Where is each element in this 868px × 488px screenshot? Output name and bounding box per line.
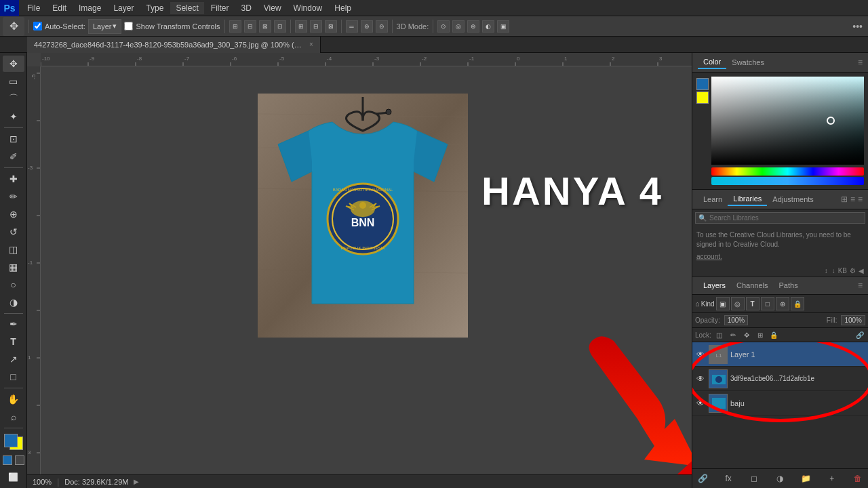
- camera-3d-btn[interactable]: ▣: [497, 20, 509, 33]
- layer-new-btn[interactable]: +: [825, 471, 840, 486]
- dist-v-btn[interactable]: ⊟: [310, 20, 322, 33]
- lock-all-btn[interactable]: 🔒: [768, 329, 779, 340]
- transform-controls-checkbox[interactable]: [124, 22, 133, 30]
- saturation-bar[interactable]: [711, 177, 864, 185]
- lock-transparent-btn[interactable]: ◫: [714, 329, 725, 340]
- lib-list-btn[interactable]: ≡: [850, 195, 855, 204]
- layer-adjustment-btn[interactable]: ◑: [772, 471, 787, 486]
- filter-text-btn[interactable]: T: [746, 297, 760, 310]
- lock-artboard-btn[interactable]: ⊞: [755, 329, 766, 340]
- lock-pixels-btn[interactable]: ✏: [728, 329, 738, 340]
- tool-dodge[interactable]: ◑: [3, 294, 24, 310]
- menu-edit[interactable]: Edit: [47, 2, 72, 14]
- zoom-3d-btn[interactable]: ⊕: [467, 20, 479, 33]
- menu-3d[interactable]: 3D: [235, 2, 256, 14]
- layers-list[interactable]: 👁 L1 Layer 1 👁: [692, 342, 868, 468]
- canvas-area[interactable]: -10 -9 -8 -7 -6 -5 -4 -3 -2 -1: [27, 53, 692, 488]
- align-right-btn[interactable]: ⊠: [259, 20, 271, 33]
- layer-item-1[interactable]: 👁 L1 Layer 1: [692, 342, 868, 367]
- tool-pen[interactable]: ✒: [3, 316, 24, 332]
- filter-smart-btn[interactable]: ⊕: [776, 297, 789, 310]
- lib-search-input[interactable]: [709, 214, 862, 222]
- auto-select-checkbox[interactable]: [33, 22, 42, 30]
- extra-btn1[interactable]: ═: [346, 20, 358, 33]
- light-3d-btn[interactable]: ◐: [482, 20, 494, 33]
- layer-item-2[interactable]: 👁 3df9ea1cbe06...71d2afcb1e: [692, 367, 868, 391]
- menu-view[interactable]: View: [258, 2, 287, 14]
- align-top-btn[interactable]: ⊡: [274, 20, 286, 33]
- tool-eyedropper[interactable]: ✐: [3, 148, 24, 165]
- tool-zoom[interactable]: ⌕: [3, 409, 24, 425]
- panel-collapse-btn[interactable]: ≡: [858, 58, 863, 67]
- tool-stamp[interactable]: ⊕: [3, 206, 24, 222]
- tool-text[interactable]: T: [3, 333, 24, 350]
- download-icon[interactable]: ↓: [832, 267, 835, 274]
- color-mode-btn[interactable]: [3, 455, 12, 465]
- layer-mask-btn[interactable]: ◻: [747, 471, 762, 486]
- hue-slider[interactable]: [711, 167, 864, 176]
- lock-position-btn[interactable]: ✥: [741, 329, 752, 340]
- filter-adjust-btn[interactable]: ◎: [731, 297, 745, 310]
- tool-brush[interactable]: ✏: [3, 188, 24, 205]
- tool-magic-wand[interactable]: ✦: [3, 108, 24, 125]
- layer-1-visibility[interactable]: 👁: [695, 349, 706, 360]
- opacity-value[interactable]: 100%: [724, 315, 749, 325]
- layer-item-3[interactable]: 👁 baju: [692, 391, 868, 415]
- layer-link-btn[interactable]: 🔗: [854, 329, 865, 340]
- layer-group-btn[interactable]: 📁: [799, 471, 814, 486]
- tool-gradient[interactable]: ▦: [3, 259, 24, 275]
- rotate-3d-btn[interactable]: ⊙: [437, 20, 450, 33]
- tab-swatches[interactable]: Swatches: [726, 56, 770, 68]
- color-gradient-picker[interactable]: [711, 77, 864, 165]
- filter-shape-btn[interactable]: □: [761, 297, 774, 310]
- tab-learn[interactable]: Learn: [698, 193, 728, 205]
- tab-color[interactable]: Color: [698, 56, 726, 69]
- menu-window[interactable]: Window: [288, 2, 328, 14]
- menu-select[interactable]: Select: [170, 2, 203, 14]
- canvas-content[interactable]: BNN BADAN NARKOTIKA NASIONAL REPUBLIK IN…: [41, 66, 692, 474]
- tool-path-select[interactable]: ↗: [3, 351, 24, 367]
- menu-image[interactable]: Image: [73, 2, 106, 14]
- screen-mode-btn[interactable]: ⬜: [3, 469, 24, 485]
- doc-size[interactable]: Doc: 329.6K/1.29M: [64, 478, 128, 486]
- filter-lock-btn[interactable]: 🔒: [791, 297, 804, 310]
- tab-libraries[interactable]: Libraries: [728, 192, 767, 206]
- tool-eraser[interactable]: ◫: [3, 241, 24, 258]
- menu-layer[interactable]: Layer: [108, 2, 139, 14]
- menu-filter[interactable]: Filter: [205, 2, 235, 14]
- foreground-color[interactable]: [4, 434, 18, 447]
- quick-mask-btn[interactable]: [15, 455, 24, 465]
- tool-history[interactable]: ↺: [3, 224, 24, 240]
- bg-color-swatch[interactable]: [696, 92, 709, 104]
- layer-style-btn[interactable]: fx: [721, 471, 736, 486]
- tab-adjustments[interactable]: Adjustments: [767, 193, 819, 205]
- tool-lasso[interactable]: ⌒: [3, 91, 24, 107]
- tool-healing[interactable]: ✚: [3, 171, 24, 187]
- collapse-icon[interactable]: ◀: [859, 267, 864, 274]
- extra-btn2[interactable]: ⊜: [361, 20, 373, 33]
- align-left-btn[interactable]: ⊞: [229, 20, 241, 33]
- extra-btn3[interactable]: ⊝: [376, 20, 388, 33]
- fg-color-swatch[interactable]: [696, 78, 709, 90]
- menu-file[interactable]: File: [22, 2, 45, 14]
- tab-layers[interactable]: Layers: [698, 279, 731, 291]
- filter-kind-label[interactable]: Kind: [701, 297, 715, 310]
- fill-value[interactable]: 100%: [841, 315, 865, 325]
- layers-menu-btn[interactable]: ≡: [858, 281, 863, 290]
- expand-icon[interactable]: ↕: [825, 267, 828, 274]
- lib-grid-btn[interactable]: ⊞: [841, 195, 848, 204]
- layer-3-visibility[interactable]: 👁: [695, 398, 706, 409]
- tool-blur[interactable]: ○: [3, 277, 24, 293]
- layer-link-bottom-btn[interactable]: 🔗: [695, 471, 710, 486]
- tool-hand[interactable]: ✋: [3, 391, 24, 407]
- lib-menu-btn[interactable]: ≡: [858, 195, 863, 204]
- filter-pixel-btn[interactable]: ▣: [716, 297, 730, 310]
- status-arrow-btn[interactable]: ▶: [134, 478, 139, 485]
- tool-crop[interactable]: ⊡: [3, 131, 24, 147]
- dist-r-btn[interactable]: ⊠: [325, 20, 337, 33]
- tool-shapes[interactable]: □: [3, 369, 24, 385]
- layer-delete-btn[interactable]: 🗑: [850, 471, 865, 486]
- move-tool-btn[interactable]: ✥: [3, 17, 24, 36]
- tool-select-rect[interactable]: ▭: [3, 73, 24, 89]
- layer-dropdown-btn[interactable]: Layer ▾: [88, 19, 122, 34]
